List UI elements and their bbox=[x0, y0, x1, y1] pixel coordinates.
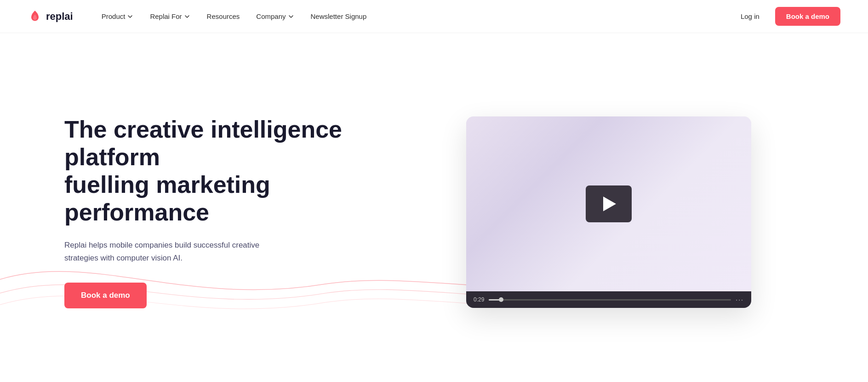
nav-replai-for-label: Replai For bbox=[150, 12, 182, 20]
nav-newsletter[interactable]: Newsletter Signup bbox=[304, 9, 373, 24]
hero-section: The creative intelligence platform fuell… bbox=[0, 33, 868, 382]
video-progress-dot bbox=[499, 297, 503, 302]
video-play-button[interactable] bbox=[586, 185, 632, 222]
nav-replai-for[interactable]: Replai For bbox=[143, 9, 196, 24]
nav-company-label: Company bbox=[256, 12, 286, 20]
nav-right: Log in Book a demo bbox=[734, 7, 840, 26]
video-time: 0:29 bbox=[474, 296, 484, 303]
nav-product[interactable]: Product bbox=[95, 9, 140, 24]
navbar: replai Product Replai For Resources Comp… bbox=[0, 0, 868, 33]
chevron-down-icon-3 bbox=[288, 13, 294, 20]
hero-content: The creative intelligence platform fuell… bbox=[64, 116, 349, 308]
chevron-down-icon bbox=[127, 13, 133, 20]
video-player: 0:29 ··· bbox=[466, 116, 751, 308]
logo-text: replai bbox=[46, 11, 73, 23]
nav-company[interactable]: Company bbox=[250, 9, 300, 24]
nav-newsletter-label: Newsletter Signup bbox=[311, 12, 367, 20]
video-controls-bar: 0:29 ··· bbox=[466, 291, 751, 308]
video-screen bbox=[466, 116, 751, 291]
hero-video-area: 0:29 ··· bbox=[349, 116, 840, 308]
nav-product-label: Product bbox=[102, 12, 126, 20]
chevron-down-icon-2 bbox=[184, 13, 190, 20]
play-icon bbox=[603, 197, 616, 211]
hero-title: The creative intelligence platform fuell… bbox=[64, 116, 349, 226]
nav-resources-label: Resources bbox=[207, 12, 240, 20]
login-button[interactable]: Log in bbox=[734, 9, 766, 24]
logo-icon bbox=[28, 9, 42, 24]
nav-links: Product Replai For Resources Company New… bbox=[95, 9, 734, 24]
hero-subtitle: Replai helps mobile companies build succ… bbox=[64, 239, 285, 264]
video-progress-bar[interactable] bbox=[489, 299, 731, 301]
nav-book-demo-button[interactable]: Book a demo bbox=[775, 7, 840, 26]
hero-book-demo-button[interactable]: Book a demo bbox=[64, 283, 147, 308]
nav-resources[interactable]: Resources bbox=[200, 9, 246, 24]
logo[interactable]: replai bbox=[28, 9, 73, 24]
video-more-options[interactable]: ··· bbox=[736, 296, 744, 303]
